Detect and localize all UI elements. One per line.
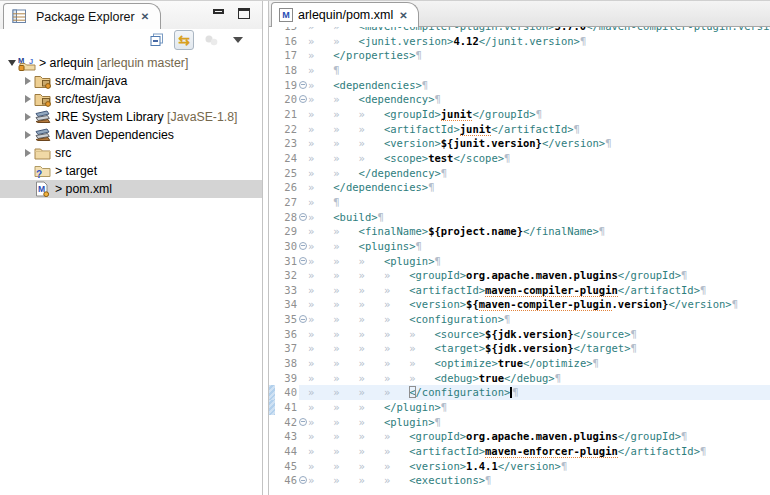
- code-line-15[interactable]: 15» » <maven-compiler-plugin.version>3.7…: [269, 27, 770, 34]
- view-menu-button[interactable]: [228, 30, 248, 50]
- line-number[interactable]: 45: [275, 459, 299, 474]
- line-number[interactable]: 43: [275, 429, 299, 444]
- line-number[interactable]: 15: [275, 27, 299, 34]
- collapse-fold-icon[interactable]: [299, 315, 307, 323]
- line-number[interactable]: 31: [275, 254, 299, 269]
- code-text[interactable]: » » <finalName>${project.name}</finalNam…: [308, 224, 770, 239]
- collapse-all-button[interactable]: [147, 30, 167, 50]
- tree-item-jre-system-library[interactable]: JRE System Library [JavaSE-1.8]: [0, 108, 262, 126]
- line-number[interactable]: 30: [275, 239, 299, 254]
- code-line-27[interactable]: 27» ¶: [269, 195, 770, 210]
- code-text[interactable]: » » » » <groupId>org.apache.maven.plugin…: [308, 268, 770, 283]
- collapse-fold-icon[interactable]: [299, 213, 307, 221]
- code-line-39[interactable]: 39» » » » » <debug>true</debug>¶: [269, 371, 770, 386]
- code-line-20[interactable]: 20» » <dependency>¶: [269, 92, 770, 107]
- code-text[interactable]: » » <junit.version>4.12</junit.version>¶: [308, 34, 770, 49]
- package-explorer-tab[interactable]: Package Explorer ✕: [3, 3, 161, 29]
- code-line-45[interactable]: 45» » » » <version>1.4.1</version>¶: [269, 459, 770, 474]
- collapse-fold-icon[interactable]: [299, 81, 307, 89]
- code-text[interactable]: » » » <groupId>junit</groupId>¶: [308, 107, 770, 122]
- line-number[interactable]: 17: [275, 48, 299, 63]
- fold-marker[interactable]: [299, 92, 308, 107]
- chevron-collapsed-icon[interactable]: [25, 95, 31, 103]
- code-text[interactable]: » » » » <version>1.4.1</version>¶: [308, 459, 770, 474]
- line-number[interactable]: 41: [275, 400, 299, 415]
- line-number[interactable]: 24: [275, 151, 299, 166]
- minimize-icon[interactable]: [213, 9, 224, 14]
- code-line-34[interactable]: 34» » » » <version>${maven-compiler-plug…: [269, 297, 770, 312]
- code-line-43[interactable]: 43» » » » <groupId>org.apache.maven.plug…: [269, 429, 770, 444]
- line-number[interactable]: 42: [275, 415, 299, 430]
- close-icon[interactable]: ✕: [140, 11, 150, 22]
- code-line-19[interactable]: 19» <dependencies>¶: [269, 78, 770, 93]
- xml-editor[interactable]: 15» » <maven-compiler-plugin.version>3.7…: [269, 27, 770, 495]
- editor-tab-pom-xml[interactable]: M arlequin/pom.xml ✕: [271, 2, 419, 27]
- code-text[interactable]: » » » » </configuration>¶: [308, 385, 770, 400]
- line-number[interactable]: 18: [275, 63, 299, 78]
- line-number[interactable]: 37: [275, 341, 299, 356]
- code-text[interactable]: » » » » » <source>${jdk.version}</source…: [308, 327, 770, 342]
- tree-item-target[interactable]: ?> target: [0, 162, 262, 180]
- code-line-21[interactable]: 21» » » <groupId>junit</groupId>¶: [269, 107, 770, 122]
- code-line-36[interactable]: 36» » » » » <source>${jdk.version}</sour…: [269, 327, 770, 342]
- code-line-40[interactable]: 40» » » » </configuration>¶: [269, 385, 770, 400]
- code-text[interactable]: » ¶: [308, 63, 770, 78]
- chevron-collapsed-icon[interactable]: [25, 113, 31, 121]
- chevron-expanded-icon[interactable]: [8, 60, 16, 66]
- code-text[interactable]: » » » » <groupId>org.apache.maven.plugin…: [308, 429, 770, 444]
- code-text[interactable]: » » <maven-compiler-plugin.version>3.7.0…: [308, 27, 770, 34]
- code-line-37[interactable]: 37» » » » » <target>${jdk.version}</targ…: [269, 341, 770, 356]
- code-text[interactable]: » » » </plugin>¶: [308, 400, 770, 415]
- code-text[interactable]: » » » <version>${junit.version}</version…: [308, 136, 770, 151]
- chevron-collapsed-icon[interactable]: [25, 77, 31, 85]
- fold-marker[interactable]: [299, 415, 308, 430]
- code-text[interactable]: » » » <plugin>¶: [308, 415, 770, 430]
- tree-item-src[interactable]: src: [0, 144, 262, 162]
- line-number[interactable]: 20: [275, 92, 299, 107]
- line-number[interactable]: 32: [275, 268, 299, 283]
- line-number[interactable]: 36: [275, 327, 299, 342]
- code-line-31[interactable]: 31» » » <plugin>¶: [269, 254, 770, 269]
- code-text[interactable]: » » » » » <debug>true</debug>¶: [308, 371, 770, 386]
- code-line-44[interactable]: 44» » » » <artifactId>maven-enforcer-plu…: [269, 444, 770, 459]
- code-text[interactable]: » » » » » <target>${jdk.version}</target…: [308, 341, 770, 356]
- code-text[interactable]: » ¶: [308, 195, 770, 210]
- code-line-23[interactable]: 23» » » <version>${junit.version}</versi…: [269, 136, 770, 151]
- line-number[interactable]: 40: [275, 385, 299, 400]
- code-text[interactable]: » » » <plugin>¶: [308, 254, 770, 269]
- code-text[interactable]: » » » » » <optimize>true</optimize>¶: [308, 356, 770, 371]
- line-number[interactable]: 26: [275, 180, 299, 195]
- code-line-42[interactable]: 42» » » <plugin>¶: [269, 415, 770, 430]
- code-line-22[interactable]: 22» » » <artifactId>junit</artifactId>¶: [269, 122, 770, 137]
- collapse-fold-icon[interactable]: [299, 95, 307, 103]
- code-line-17[interactable]: 17» </properties>¶: [269, 48, 770, 63]
- line-number[interactable]: 27: [275, 195, 299, 210]
- chevron-collapsed-icon[interactable]: [25, 149, 31, 157]
- line-number[interactable]: 22: [275, 122, 299, 137]
- fold-marker[interactable]: [299, 254, 308, 269]
- line-number[interactable]: 35: [275, 312, 299, 327]
- line-number[interactable]: 33: [275, 283, 299, 298]
- code-text[interactable]: » » » » <version>${maven-compiler-plugin…: [308, 297, 770, 312]
- code-line-26[interactable]: 26» </dependencies>¶: [269, 180, 770, 195]
- code-line-46[interactable]: 46» » » » <executions>¶: [269, 473, 770, 488]
- code-text[interactable]: » » <dependency>¶: [308, 92, 770, 107]
- collapse-fold-icon[interactable]: [299, 476, 307, 484]
- fold-marker[interactable]: [299, 312, 308, 327]
- code-line-32[interactable]: 32» » » » <groupId>org.apache.maven.plug…: [269, 268, 770, 283]
- code-text[interactable]: » » » » <executions>¶: [308, 473, 770, 488]
- code-text[interactable]: » » » » <artifactId>maven-enforcer-plugi…: [308, 444, 770, 459]
- link-with-editor-button[interactable]: ⇆: [174, 30, 194, 50]
- code-line-25[interactable]: 25» » </dependency>¶: [269, 166, 770, 181]
- code-text[interactable]: » </dependencies>¶: [308, 180, 770, 195]
- code-line-18[interactable]: 18» ¶: [269, 63, 770, 78]
- close-icon[interactable]: ✕: [398, 10, 408, 21]
- code-line-28[interactable]: 28» <build>¶: [269, 210, 770, 225]
- code-text[interactable]: » » </dependency>¶: [308, 166, 770, 181]
- chevron-collapsed-icon[interactable]: [25, 131, 31, 139]
- line-number[interactable]: 46: [275, 473, 299, 488]
- maximize-icon[interactable]: [238, 8, 250, 19]
- code-line-35[interactable]: 35» » » » <configuration>¶: [269, 312, 770, 327]
- tree-item-src-test-java[interactable]: src/test/java: [0, 90, 262, 108]
- line-number[interactable]: 38: [275, 356, 299, 371]
